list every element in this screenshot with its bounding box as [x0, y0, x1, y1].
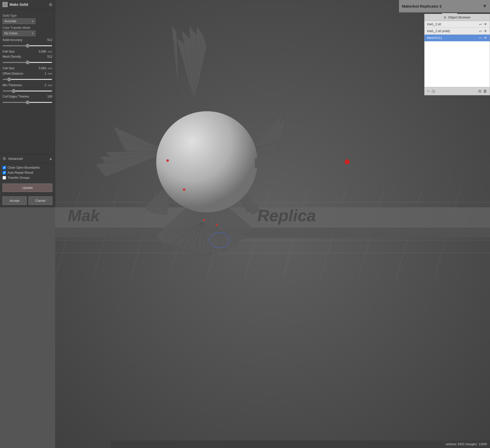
panel-header-left: Make Solid: [3, 2, 28, 7]
ob-copy-icon[interactable]: ⧉: [478, 89, 481, 94]
ob-row-2[interactable]: MeshSO11 ↩ 👁: [425, 35, 490, 41]
ob-item-0-name: trial1_2.stl: [427, 23, 479, 26]
ob-header: Object Browser: [425, 14, 490, 21]
advanced-gear-icon[interactable]: ⚙: [3, 156, 6, 161]
solid-accuracy-slider-row[interactable]: [3, 43, 52, 47]
min-thickness-slider-row[interactable]: [3, 88, 52, 92]
min-thickness-unit: mm: [48, 84, 52, 87]
offset-distance-slider[interactable]: [3, 79, 52, 80]
svg-point-62: [166, 159, 169, 162]
solid-accuracy-slider[interactable]: [3, 45, 52, 46]
svg-point-64: [203, 219, 205, 221]
mesh-density-slider[interactable]: [3, 62, 52, 63]
ob-empty-area: [425, 41, 490, 87]
svg-point-68: [345, 159, 350, 164]
ob-row-1[interactable]: trial1_2.stl (solid) ↩ 👁: [425, 28, 490, 35]
object-browser: Object Browser trial1_2.stl ↩ 👁 trial1_2…: [424, 14, 490, 95]
auto-repair-row: Auto-Repair Result: [3, 171, 52, 174]
update-button[interactable]: Update: [3, 184, 52, 192]
svg-rect-18: [55, 228, 490, 238]
panel-header: Make Solid ⚙: [0, 0, 55, 9]
min-thickness-label: Min Thickness: [3, 83, 22, 87]
left-panel: Make Solid ⚙ Solid Type Accurate Fast Bl…: [0, 0, 55, 207]
offset-distance-slider-row[interactable]: [3, 77, 52, 81]
ob-sphere-icon[interactable]: ○: [427, 89, 430, 94]
ob-item-2-icons: ↩ 👁: [479, 36, 487, 40]
cull-edges-row: Cull Edges Thresho 100: [3, 95, 52, 98]
solid-accuracy-value: 512: [47, 38, 52, 42]
color-transfer-select[interactable]: No Colors Vertex Colors Texture: [3, 31, 35, 36]
cube-icon: [3, 2, 8, 7]
svg-point-61: [156, 111, 257, 212]
solid-type-select-wrapper[interactable]: Accurate Fast Blocky: [3, 18, 35, 24]
ob-footer-right: ⧉ 🗑: [478, 89, 487, 94]
ob-footer-left: ○ ◷: [427, 89, 435, 94]
offset-distance-label: Offset Distance: [3, 72, 23, 75]
offset-distance-value: 1: [44, 72, 46, 75]
cell-size-1-label: Cell Size: [3, 50, 14, 53]
top-bar: Makerbot Replicator 2 ▼: [399, 0, 490, 13]
panel-gear-icon[interactable]: ⚙: [49, 2, 52, 7]
cell-size-1-unit: mm: [48, 50, 52, 53]
min-thickness-value: 2: [44, 83, 46, 87]
status-text: vertices: 6302 triangles: 12600: [446, 442, 487, 446]
ob-link-icon-1: ↩: [479, 29, 482, 33]
offset-distance-row: Offset Distance 1 mm: [3, 72, 52, 75]
cell-size-2-label: Cell Size: [3, 66, 14, 70]
auto-repair-checkbox[interactable]: [3, 171, 6, 174]
ob-clock-icon[interactable]: ◷: [432, 89, 435, 94]
solid-type-select[interactable]: Accurate Fast Blocky: [3, 18, 35, 24]
cancel-button[interactable]: Cancel: [29, 196, 53, 205]
mesh-density-value: 512: [47, 55, 52, 58]
cell-size-2-value: 0.064: [39, 66, 46, 70]
ob-footer: ○ ◷ ⧉ 🗑: [425, 87, 490, 95]
color-transfer-label: Color Transfer Mode: [3, 26, 52, 30]
cull-edges-label: Cull Edges Thresho: [3, 95, 29, 98]
cull-edges-slider[interactable]: [3, 102, 52, 103]
svg-point-65: [216, 224, 218, 226]
ob-link-icon-2: ↩: [479, 36, 482, 40]
ob-row-0[interactable]: trial1_2.stl ↩ 👁: [425, 21, 490, 28]
transfer-groups-checkbox[interactable]: [3, 176, 6, 180]
mesh-density-row: Mesh Density 512: [3, 55, 52, 58]
advanced-icons: ▲: [49, 157, 52, 161]
close-open-label: Close Open Boundaries: [8, 166, 40, 169]
auto-repair-label: Auto-Repair Result: [8, 171, 33, 174]
accept-cancel-row: Accept Cancel: [0, 194, 55, 207]
offset-distance-unit: mm: [48, 72, 52, 75]
ob-dot: [444, 16, 446, 19]
panel-title: Make Solid: [10, 3, 28, 7]
cell-size-2-row: Cell Size 0.064 mm: [3, 66, 52, 70]
mesh-density-slider-row[interactable]: [3, 60, 52, 64]
ob-eye-icon-1: 👁: [484, 29, 487, 33]
min-thickness-slider[interactable]: [3, 91, 52, 92]
close-open-row: Close Open Boundaries: [3, 166, 52, 169]
cull-edges-slider-row[interactable]: [3, 100, 52, 104]
color-transfer-select-wrapper[interactable]: No Colors Vertex Colors Texture: [3, 31, 35, 36]
accept-button[interactable]: Accept: [3, 196, 27, 205]
top-bar-arrow[interactable]: ▼: [482, 4, 487, 9]
transfer-groups-row: Transfer Groups: [3, 176, 52, 180]
ob-eye-icon-0: 👁: [484, 22, 487, 26]
svg-text:Mak: Mak: [68, 206, 100, 225]
status-bar: vertices: 6302 triangles: 12600: [110, 440, 490, 448]
ob-item-1-name: trial1_2.stl (solid): [427, 29, 479, 33]
top-bar-title: Makerbot Replicator 2: [402, 4, 442, 8]
viewport[interactable]: Mak Replica: [55, 0, 490, 448]
solid-accuracy-label: Solid Accuracy: [3, 38, 23, 42]
solid-type-label: Solid Type: [3, 14, 52, 17]
svg-text:Replica: Replica: [257, 206, 316, 225]
transfer-groups-label: Transfer Groups: [8, 176, 30, 180]
mesh-density-label: Mesh Density: [3, 55, 21, 58]
ob-item-0-icons: ↩ 👁: [479, 22, 487, 26]
close-open-checkbox[interactable]: [3, 166, 6, 169]
advanced-label: Advanced: [8, 157, 23, 161]
ob-item-2-name: MeshSO11: [427, 36, 479, 40]
advanced-section-title: ⚙ Advanced: [3, 156, 23, 161]
advanced-body: Close Open Boundaries Auto-Repair Result…: [0, 163, 55, 184]
svg-rect-67: [255, 158, 269, 168]
ob-eye-icon-2: 👁: [484, 36, 487, 40]
ob-trash-icon[interactable]: 🗑: [483, 89, 487, 94]
solid-accuracy-row: Solid Accuracy 512: [3, 38, 52, 42]
collapse-icon[interactable]: ▲: [49, 157, 52, 161]
